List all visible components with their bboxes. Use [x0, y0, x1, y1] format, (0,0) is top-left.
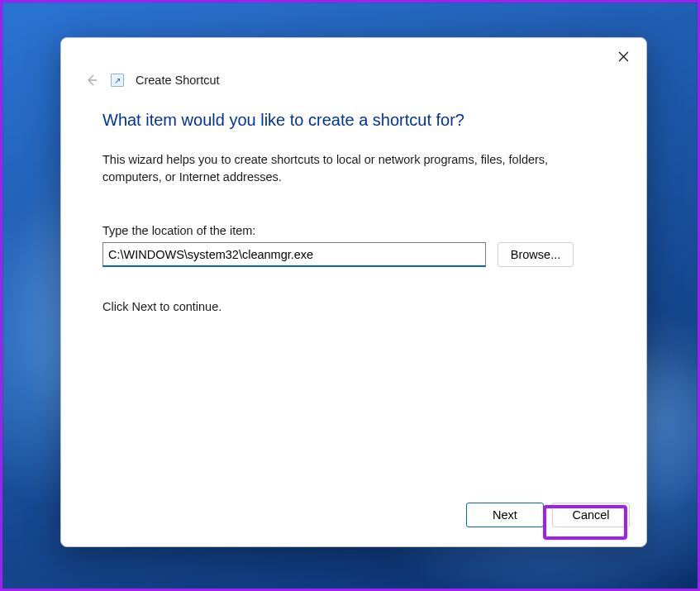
dialog-content: What item would you like to create a sho…	[61, 96, 646, 495]
window-title: Create Shortcut	[136, 74, 220, 87]
next-button[interactable]: Next	[466, 503, 544, 527]
dialog-footer: Next Cancel	[61, 495, 646, 546]
location-row: Browse...	[102, 242, 605, 267]
browse-button[interactable]: Browse...	[498, 242, 574, 267]
back-button[interactable]	[83, 71, 101, 89]
cancel-button[interactable]: Cancel	[552, 503, 630, 527]
location-label: Type the location of the item:	[102, 224, 605, 237]
titlebar	[61, 38, 646, 74]
continue-hint: Click Next to continue.	[102, 300, 605, 313]
location-input[interactable]	[102, 242, 486, 267]
dialog-header: ↗ Create Shortcut	[61, 71, 646, 96]
create-shortcut-dialog: ↗ Create Shortcut What item would you li…	[60, 37, 647, 547]
wizard-description: This wizard helps you to create shortcut…	[102, 151, 565, 186]
close-icon	[618, 51, 629, 62]
shortcut-icon: ↗	[111, 74, 124, 87]
wizard-heading: What item would you like to create a sho…	[102, 111, 605, 130]
close-button[interactable]	[605, 43, 641, 69]
back-arrow-icon	[84, 73, 99, 88]
